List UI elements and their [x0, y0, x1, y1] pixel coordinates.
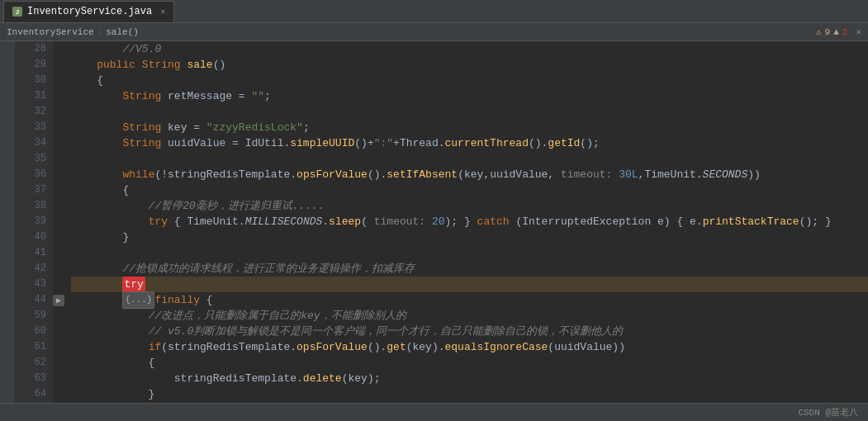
gutter-65: 65	[15, 402, 46, 403]
fold-64	[53, 386, 64, 402]
method-sale: sale	[187, 57, 212, 73]
error-count: 2	[842, 27, 848, 37]
code-line-64: }	[71, 386, 868, 402]
fold-38	[53, 198, 64, 214]
code-line-29: public String sale()	[71, 57, 868, 73]
fold-40	[53, 229, 64, 245]
fold-65	[53, 402, 64, 403]
code-line-28: //V5.0	[71, 41, 868, 57]
fold-63	[53, 371, 64, 386]
gutter-63: 63	[15, 371, 46, 386]
fold-37	[53, 182, 64, 198]
fold-34	[53, 135, 64, 151]
gutter-32: 32	[15, 104, 46, 120]
code-line-43: try	[71, 277, 868, 292]
gutter-41: 41	[15, 245, 46, 261]
fold-30	[53, 73, 64, 88]
kw-public: public	[97, 57, 142, 73]
gutter-61: 61	[15, 339, 46, 355]
gutter-31: 31	[15, 88, 46, 104]
active-tab[interactable]: J InventoryService.java ✕	[3, 1, 174, 22]
status-bar: CSDN @苗老八	[0, 403, 868, 421]
code-line-63: stringRedisTemplate.delete(key);	[71, 371, 868, 386]
code-line-61: if(stringRedisTemplate.opsForValue().get…	[71, 339, 868, 355]
gutter-36: 36	[15, 167, 46, 182]
code-line-42: //抢锁成功的请求线程，进行正常的业务逻辑操作，扣减库存	[71, 261, 868, 277]
tab-bar: J InventoryService.java ✕	[0, 0, 868, 23]
csdn-credit: CSDN @苗老八	[798, 406, 858, 419]
fold-42	[53, 261, 64, 277]
code-line-35	[71, 151, 868, 167]
gutter-28: 28	[15, 41, 46, 57]
fold-29	[53, 57, 64, 73]
gutter-30: 30	[15, 73, 46, 88]
code-line-65: }	[71, 402, 868, 403]
fold-33	[53, 120, 64, 135]
code-line-33: String key = "zzyyRedisLock";	[71, 120, 868, 135]
code-lines: //V5.0 public String sale() { String ret…	[64, 41, 868, 403]
gutter-38: 38	[15, 198, 46, 214]
warning-count: 9	[825, 27, 831, 37]
code-line-38: //暂停20毫秒，进行递归重试.....	[71, 198, 868, 214]
warning-divider: ▲	[833, 27, 839, 37]
fold-39	[53, 214, 64, 229]
kw-string: String	[142, 57, 187, 73]
breadcrumb-method[interactable]: sale()	[106, 27, 139, 37]
fold-32	[53, 104, 64, 120]
code-line-34: String uuidValue = IdUtil.simpleUUID()+"…	[71, 135, 868, 151]
code-line-36: while(!stringRedisTemplate.opsForValue()…	[71, 167, 868, 182]
fold-toggle-44[interactable]: ▶	[53, 295, 64, 306]
fold-44[interactable]: ▶	[53, 292, 64, 308]
gutter-59: 59	[15, 308, 46, 324]
fold-28	[53, 41, 64, 57]
code-line-44: {...}finally {	[71, 292, 868, 308]
try-keyword: try	[122, 277, 145, 292]
tab-close-icon[interactable]: ✕	[160, 7, 165, 17]
gutter-43: 43	[15, 277, 46, 292]
gutter-40: 40	[15, 229, 46, 245]
close-warnings-icon[interactable]: ✕	[856, 26, 861, 37]
comment-28: //V5.0	[71, 41, 161, 57]
fold-31	[53, 88, 64, 104]
java-file-icon: J	[12, 7, 22, 17]
code-line-32	[71, 104, 868, 120]
code-line-60: // v5.0判断加锁与解锁是不是同一个客户端，同一个才行，自己只能删除自己的锁…	[71, 324, 868, 339]
gutter-39: 39	[15, 214, 46, 229]
editor-container: J InventoryService.java ✕ InventoryServi…	[0, 0, 868, 421]
fold-59	[53, 308, 64, 324]
warning-icon: ⚠	[816, 26, 822, 37]
gutter-37: 37	[15, 182, 46, 198]
fold-41	[53, 245, 64, 261]
gutter-42: 42	[15, 261, 46, 277]
gutter-64: 64	[15, 386, 46, 402]
warnings-area: ⚠ 9 ▲ 2 ✕	[816, 26, 861, 37]
breadcrumb-separator: ›	[97, 27, 103, 37]
code-line-59: //改进点，只能删除属于自己的key，不能删除别人的	[71, 308, 868, 324]
fold-36	[53, 167, 64, 182]
tab-label: InventoryService.java	[27, 6, 152, 17]
breadcrumb-bar: InventoryService › sale() ⚠ 9 ▲ 2 ✕	[0, 23, 868, 41]
code-line-30: {	[71, 73, 868, 88]
fold-62	[53, 355, 64, 371]
gutter-62: 62	[15, 355, 46, 371]
gutter-44: 44	[15, 292, 46, 308]
gutter-60: 60	[15, 324, 46, 339]
gutter-35: 35	[15, 151, 46, 167]
fold-43	[53, 277, 64, 292]
folded-block[interactable]: {...}	[122, 291, 154, 309]
code-line-37: {	[71, 182, 868, 198]
code-line-41	[71, 245, 868, 261]
left-sidebar	[0, 41, 15, 403]
code-line-39: try { TimeUnit.MILLISECONDS.sleep( timeo…	[71, 214, 868, 229]
fold-60	[53, 324, 64, 339]
code-line-40: }	[71, 229, 868, 245]
line-number-gutter: 28 29 30 31 32 33 34 35 36 37 38 39 40 4…	[15, 41, 53, 403]
paren-29: ()	[213, 57, 226, 73]
gutter-34: 34	[15, 135, 46, 151]
gutter-33: 33	[15, 120, 46, 135]
code-line-62: {	[71, 355, 868, 371]
breadcrumb-file[interactable]: InventoryService	[7, 27, 94, 37]
code-line-31: String retMessage = "";	[71, 88, 868, 104]
indent-29	[71, 57, 97, 73]
fold-gutter: ▶	[53, 41, 64, 403]
